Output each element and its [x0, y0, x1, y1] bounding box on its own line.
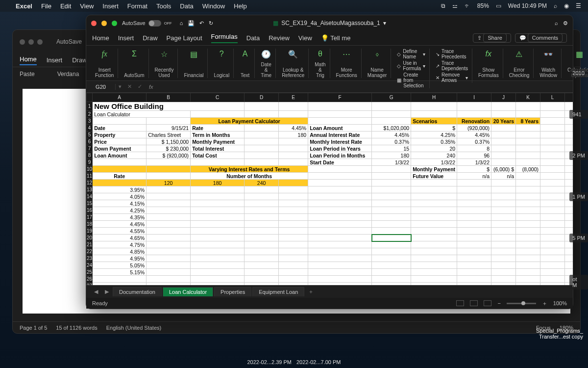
- show-formulas[interactable]: Show Formulas: [478, 67, 499, 78]
- logical[interactable]: Logical: [214, 73, 229, 78]
- fx-icon[interactable]: fx: [99, 49, 110, 59]
- tab-view[interactable]: View: [298, 34, 312, 42]
- word-tab-insert[interactable]: Insert: [47, 56, 63, 64]
- spreadsheet-grid[interactable]: ABCDEFGHIJKLMNOP1New Office Building2Loa…: [86, 93, 573, 285]
- autosum[interactable]: AutoSum: [124, 73, 144, 78]
- word-font[interactable]: Verdana: [57, 71, 79, 78]
- search-icon[interactable]: ⌕: [555, 20, 558, 26]
- tab-data[interactable]: Data: [246, 34, 260, 42]
- app-name[interactable]: Excel: [16, 2, 32, 10]
- menu-edit[interactable]: Edit: [60, 2, 71, 10]
- more-fn[interactable]: More Functions: [336, 67, 357, 78]
- financial-icon[interactable]: ▤: [188, 49, 199, 59]
- name-manager[interactable]: Name Manager: [368, 67, 387, 78]
- name-box[interactable]: G20: [86, 84, 116, 90]
- error-checking[interactable]: Error Checking: [509, 67, 530, 78]
- sheet-nav-prev-icon[interactable]: ◀: [91, 289, 101, 295]
- screencast-icon[interactable]: ⧉: [441, 2, 445, 9]
- view-break-icon[interactable]: [484, 300, 491, 306]
- glasses-icon[interactable]: 👓: [543, 49, 554, 59]
- text-icon[interactable]: A: [240, 49, 250, 59]
- menu-file[interactable]: File: [41, 2, 51, 10]
- spotlight-icon[interactable]: ⌕: [554, 2, 557, 9]
- watch-window[interactable]: Watch Window: [539, 67, 557, 78]
- logical-icon[interactable]: ?: [216, 49, 227, 59]
- enter-icon[interactable]: ✓: [135, 83, 145, 90]
- more-icon[interactable]: ⋯: [341, 49, 352, 59]
- autosave-toggle[interactable]: [148, 20, 161, 26]
- share-icon[interactable]: ⚙: [563, 20, 568, 26]
- menu-window[interactable]: Window: [202, 2, 225, 10]
- recently-used[interactable]: Recently Used: [155, 67, 174, 78]
- showfx-icon[interactable]: fx: [483, 49, 494, 59]
- tab-home[interactable]: Home: [92, 34, 109, 42]
- calc-icon[interactable]: ▦: [574, 49, 585, 59]
- lookup-icon[interactable]: 🔍: [288, 49, 298, 59]
- define-name[interactable]: ◇ Define Name ▾: [397, 49, 425, 59]
- word-page-indicator[interactable]: Page 1 of 5: [20, 325, 47, 331]
- bluetooth-icon[interactable]: ⚍: [452, 2, 458, 9]
- sigma-icon[interactable]: Σ: [129, 49, 140, 59]
- share-button[interactable]: ⇪ Share: [473, 33, 511, 43]
- date-time[interactable]: Date & Time: [261, 62, 271, 78]
- menu-view[interactable]: View: [80, 2, 94, 10]
- tab-draw[interactable]: Draw: [143, 34, 157, 42]
- add-sheet-button[interactable]: ＋: [305, 288, 317, 295]
- tab-page-layout[interactable]: Page Layout: [167, 34, 202, 42]
- undo-icon[interactable]: ↶: [199, 20, 204, 26]
- siri-icon[interactable]: ◉: [564, 2, 569, 9]
- use-in-formula[interactable]: ◇ Use in Formula ▾: [397, 60, 425, 71]
- word-paste[interactable]: Paste: [20, 71, 35, 78]
- menu-data[interactable]: Data: [180, 2, 193, 10]
- view-page-icon[interactable]: [470, 300, 478, 306]
- view-normal-icon[interactable]: [456, 300, 464, 306]
- zoom-slider[interactable]: [507, 303, 536, 304]
- theta-icon[interactable]: θ: [315, 49, 325, 59]
- text-fn[interactable]: Text: [241, 73, 249, 78]
- word-tab-draw[interactable]: Draw: [72, 56, 87, 64]
- tab-insert[interactable]: Insert: [118, 34, 134, 42]
- sheet-properties[interactable]: Properties: [214, 287, 251, 296]
- insert-function[interactable]: Insert Function: [95, 67, 114, 78]
- financial[interactable]: Financial: [184, 73, 203, 78]
- home-icon[interactable]: ⌂: [180, 20, 183, 26]
- word-tab-home[interactable]: Home: [20, 55, 37, 65]
- wifi-icon[interactable]: ᯤ: [465, 2, 470, 9]
- sheet-equipment-loan[interactable]: Equipment Loan: [252, 287, 304, 296]
- remove-arrows[interactable]: ✕ Remove Arrows ▾: [436, 72, 468, 83]
- desktop-file[interactable]: Special_Programs_Transfer...est copy: [536, 328, 583, 340]
- fx-label-icon[interactable]: fx: [145, 84, 157, 90]
- control-center-icon[interactable]: ☰: [576, 2, 581, 9]
- active-cell[interactable]: [372, 235, 411, 241]
- menu-tools[interactable]: Tools: [156, 2, 171, 10]
- word-autosave[interactable]: AutoSave: [56, 38, 82, 45]
- tag-icon[interactable]: ⬨: [372, 49, 383, 59]
- word-words[interactable]: 15 of 1126 words: [56, 325, 97, 331]
- menu-help[interactable]: Help: [234, 2, 247, 10]
- trace-precedents[interactable]: ↘ Trace Precedents: [436, 49, 468, 59]
- close-icon[interactable]: [91, 21, 97, 26]
- sheet-documentation[interactable]: Documentation: [113, 287, 162, 296]
- menu-format[interactable]: Format: [127, 2, 147, 10]
- star-icon[interactable]: ☆: [159, 49, 170, 59]
- zoom-in-icon[interactable]: ＋: [542, 300, 547, 307]
- redo-icon[interactable]: ↻: [209, 20, 213, 26]
- clock-icon[interactable]: 🕐: [261, 49, 271, 59]
- sheet-nav-next-icon[interactable]: ▶: [102, 289, 112, 295]
- menu-insert[interactable]: Insert: [102, 2, 119, 10]
- sheet-loan-calculator[interactable]: Loan Calculator: [163, 287, 213, 296]
- zoom-level[interactable]: 100%: [553, 300, 567, 306]
- word-lang[interactable]: English (United States): [106, 325, 162, 331]
- trace-dependents[interactable]: ↗ Trace Dependents: [436, 60, 468, 71]
- clock[interactable]: Wed 10:49 PM: [508, 2, 547, 9]
- lookup-ref[interactable]: Lookup & Reference: [282, 67, 304, 78]
- save-icon[interactable]: 💾: [188, 20, 195, 26]
- tab-formulas[interactable]: Formulas: [211, 33, 238, 43]
- document-title[interactable]: SC_EX19_4a_AisetouMagassouba_1: [281, 20, 380, 26]
- error-icon[interactable]: ⚠: [514, 49, 524, 59]
- tab-review[interactable]: Review: [269, 34, 290, 42]
- comments-button[interactable]: 💬 Comments: [515, 33, 567, 43]
- namebox-dropdown-icon[interactable]: ▾: [116, 83, 124, 90]
- cancel-icon[interactable]: ✕: [124, 83, 135, 90]
- zoom-out-icon[interactable]: −: [497, 300, 500, 306]
